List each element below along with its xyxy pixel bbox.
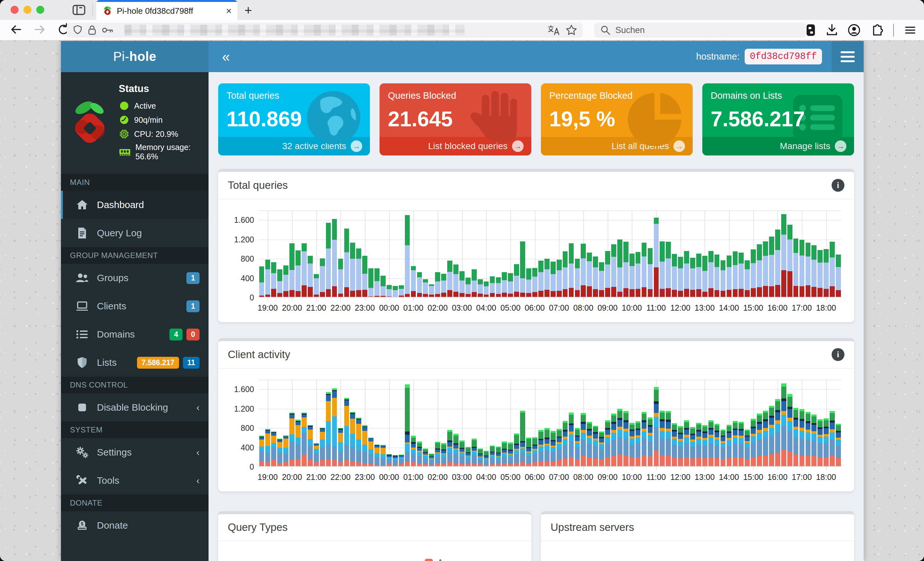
chart-bar[interactable] xyxy=(435,272,441,298)
chart-bar[interactable] xyxy=(768,406,774,467)
chart-bar[interactable] xyxy=(714,254,720,298)
chart-bar[interactable] xyxy=(544,259,550,298)
chart-bar[interactable] xyxy=(684,420,690,467)
chart-bar[interactable] xyxy=(586,422,592,467)
menu-hamburger-icon[interactable] xyxy=(903,23,917,37)
chart-bar[interactable] xyxy=(259,436,265,467)
chart-bar[interactable] xyxy=(301,413,307,467)
chart-bar[interactable] xyxy=(562,251,568,298)
chart-bar[interactable] xyxy=(598,431,605,467)
chart-bar[interactable] xyxy=(768,236,774,298)
chart-bar[interactable] xyxy=(665,242,672,298)
chart-bar[interactable] xyxy=(410,266,417,298)
chart-bar[interactable] xyxy=(580,244,586,298)
chart-bar[interactable] xyxy=(574,428,580,467)
chart-bar[interactable] xyxy=(344,398,350,467)
chart-bar[interactable] xyxy=(453,434,459,467)
chart-bar[interactable] xyxy=(277,269,283,298)
chart-bar[interactable] xyxy=(277,438,283,467)
close-window-button[interactable] xyxy=(10,6,19,14)
chart-bar[interactable] xyxy=(714,424,720,467)
chart-bar[interactable] xyxy=(623,411,629,467)
chart-bar[interactable] xyxy=(465,278,471,298)
chart-bar[interactable] xyxy=(750,250,756,298)
chart-bar[interactable] xyxy=(732,251,738,298)
chart-bar[interactable] xyxy=(326,392,332,467)
chart-bar[interactable] xyxy=(774,399,781,467)
chart-bar[interactable] xyxy=(793,408,799,467)
chart-bar[interactable] xyxy=(696,254,702,298)
sidebar-item-groups[interactable]: Groups1 xyxy=(61,264,208,292)
chart-bar[interactable] xyxy=(374,444,380,467)
chart-bar[interactable] xyxy=(647,248,653,298)
client-activity-chart[interactable]: 04008001.2001.60019:0020:0021:0022:0023:… xyxy=(226,380,846,485)
chart-bar[interactable] xyxy=(441,443,447,467)
chart-bar[interactable] xyxy=(774,229,781,298)
chart-bar[interactable] xyxy=(696,423,702,467)
chart-bar[interactable] xyxy=(738,422,744,467)
forward-icon[interactable] xyxy=(33,22,47,37)
chart-bar[interactable] xyxy=(453,265,459,298)
chart-bar[interactable] xyxy=(398,285,404,298)
chart-bar[interactable] xyxy=(417,441,423,467)
extensions-puzzle-icon[interactable] xyxy=(870,23,884,37)
chart-bar[interactable] xyxy=(271,431,277,467)
chart-bar[interactable] xyxy=(568,413,574,467)
chart-bar[interactable] xyxy=(429,284,435,298)
chart-bar[interactable] xyxy=(799,409,805,467)
chart-bar[interactable] xyxy=(483,451,489,467)
chart-bar[interactable] xyxy=(787,225,793,298)
chart-bar[interactable] xyxy=(495,447,501,467)
sidebar-item-domains[interactable]: Domains40 xyxy=(61,320,208,349)
search-bar[interactable]: Suchen xyxy=(594,23,806,37)
chart-bar[interactable] xyxy=(616,409,623,467)
chart-bar[interactable] xyxy=(520,411,526,467)
chart-bar[interactable] xyxy=(823,249,830,298)
chart-bar[interactable] xyxy=(259,266,265,298)
chart-bar[interactable] xyxy=(684,251,690,298)
chart-bar[interactable] xyxy=(326,223,332,298)
chart-bar[interactable] xyxy=(610,414,616,467)
chart-bar[interactable] xyxy=(319,428,326,467)
chart-bar[interactable] xyxy=(702,425,708,467)
chart-bar[interactable] xyxy=(465,447,471,467)
chart-bar[interactable] xyxy=(477,279,483,298)
chart-bar[interactable] xyxy=(495,277,501,298)
chart-bar[interactable] xyxy=(641,243,647,298)
chart-bar[interactable] xyxy=(641,412,647,467)
chart-bar[interactable] xyxy=(793,238,799,298)
chart-bar[interactable] xyxy=(514,434,520,467)
chart-bar[interactable] xyxy=(356,418,362,467)
chart-bar[interactable] xyxy=(295,420,301,467)
chart-bar[interactable] xyxy=(678,426,684,467)
sidebar-toggle-icon[interactable] xyxy=(72,4,86,16)
chart-bar[interactable] xyxy=(720,429,726,467)
active-tab[interactable]: Pi-hole 0fd38cd798ff × xyxy=(96,0,237,20)
chart-bar[interactable] xyxy=(265,429,271,467)
chart-bar[interactable] xyxy=(672,254,678,298)
chart-bar[interactable] xyxy=(344,229,350,298)
tab-close-icon[interactable]: × xyxy=(226,6,232,16)
chart-bar[interactable] xyxy=(441,274,447,298)
sidebar-item-settings[interactable]: Settings‹ xyxy=(61,438,208,467)
chart-bar[interactable] xyxy=(550,262,556,298)
chart-bar[interactable] xyxy=(605,251,611,298)
new-tab-button[interactable]: + xyxy=(244,3,252,18)
chart-bar[interactable] xyxy=(817,419,823,467)
legend-item-a[interactable]: ✓ A xyxy=(425,558,443,561)
chart-bar[interactable] xyxy=(781,383,787,467)
chart-bar[interactable] xyxy=(368,268,374,298)
chart-bar[interactable] xyxy=(635,421,641,467)
chart-bar[interactable] xyxy=(386,454,392,467)
chart-bar[interactable] xyxy=(374,268,380,298)
chart-bar[interactable] xyxy=(289,243,295,298)
chart-bar[interactable] xyxy=(271,262,277,298)
chart-bar[interactable] xyxy=(501,441,507,467)
key-icon[interactable] xyxy=(101,24,114,36)
chart-bar[interactable] xyxy=(489,446,495,467)
chart-bar[interactable] xyxy=(417,272,423,298)
chart-bar[interactable] xyxy=(659,241,665,298)
chart-bar[interactable] xyxy=(538,430,544,467)
chart-bar[interactable] xyxy=(368,438,374,467)
chart-bar[interactable] xyxy=(489,276,495,298)
